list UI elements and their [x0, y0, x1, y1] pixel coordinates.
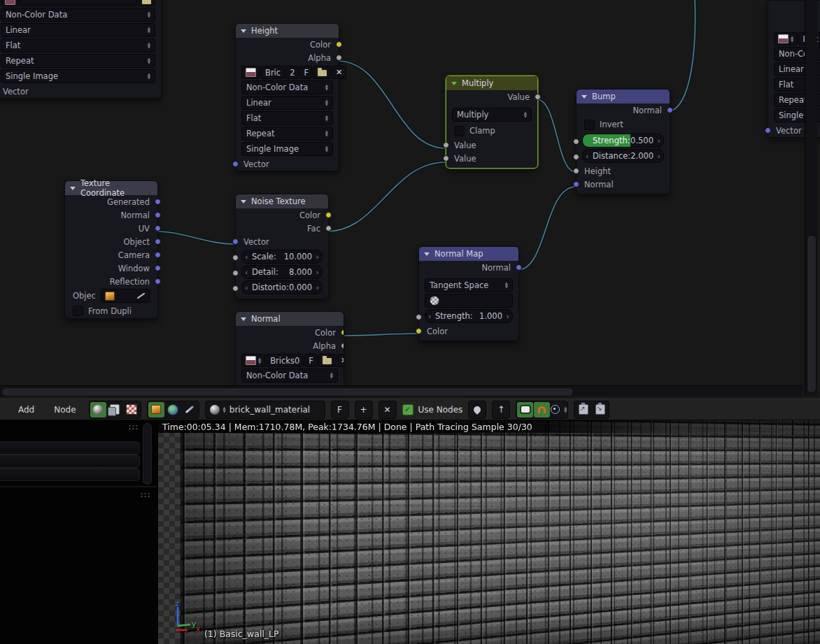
node-header[interactable]: Texture Coordinate	[65, 181, 157, 195]
image-datablock-row[interactable]: Bric 2 F ✕	[241, 66, 333, 79]
vector-input-socket[interactable]	[232, 161, 239, 167]
color-output-socket[interactable]	[325, 212, 332, 218]
menu-node[interactable]: Node	[47, 405, 83, 415]
vector-input-socket[interactable]	[232, 238, 239, 245]
node-editor[interactable]: Non-Color Data Linear Flat Repeat Single…	[0, 0, 820, 399]
shader-nodes-button[interactable]	[90, 402, 106, 417]
projection-select[interactable]: Flat	[1, 38, 155, 52]
snap-toggle-button[interactable]	[517, 402, 533, 417]
compositing-nodes-button[interactable]	[107, 402, 123, 417]
open-image-button[interactable]	[313, 66, 331, 79]
texture-nodes-button[interactable]	[124, 402, 140, 417]
scale-slider[interactable]: Scale:10.000	[241, 250, 323, 264]
object-output-socket[interactable]	[155, 238, 161, 245]
invert-checkbox[interactable]	[584, 120, 595, 130]
panel-scrollbar[interactable]	[143, 423, 152, 485]
projection-select[interactable]: Flat	[241, 111, 333, 125]
copy-nodes-button[interactable]: ↗	[575, 402, 591, 417]
distance-slider[interactable]: Distance:2.000	[582, 149, 664, 163]
extension-select[interactable]: Repeat	[1, 54, 155, 68]
collapse-triangle-icon[interactable]	[70, 187, 76, 190]
interpolation-select[interactable]: Linear	[241, 96, 333, 110]
collapse-triangle-icon[interactable]	[241, 317, 246, 321]
panel-grip-icon[interactable]	[128, 424, 139, 430]
color-space-select[interactable]: Non-Color Data	[1, 8, 155, 22]
node-normal-image-texture[interactable]: Normal Color Alpha Bricks0 F ✕ Non-Color…	[235, 311, 344, 389]
image-browse-button[interactable]	[241, 354, 265, 367]
color-output-socket[interactable]	[341, 329, 344, 336]
object-context-button[interactable]	[148, 402, 164, 417]
value2-input-socket[interactable]	[443, 155, 449, 162]
open-image-button[interactable]	[318, 354, 336, 367]
node-texture-coordinate[interactable]: Texture Coordinate Generated Normal UV O…	[64, 180, 158, 319]
scale-input-socket[interactable]	[232, 255, 239, 261]
unlink-image-button[interactable]: ✕	[337, 354, 344, 367]
menu-add[interactable]: Add	[11, 405, 41, 415]
node-height-image-texture[interactable]: Height Color Alpha Bric 2 F ✕ Non-Color …	[235, 23, 339, 171]
material-name[interactable]: brick_wall_material	[229, 405, 310, 415]
horizontal-scrollbar-thumb[interactable]	[1, 387, 574, 396]
image-browse-button[interactable]	[774, 32, 798, 45]
alpha-output-socket[interactable]	[336, 55, 342, 61]
pin-button[interactable]	[468, 401, 486, 419]
image-browse-button[interactable]	[241, 66, 260, 79]
strength-input-socket[interactable]	[573, 138, 579, 145]
image-name-field[interactable]: Bric	[261, 66, 285, 79]
snap-magnet-button[interactable]	[534, 402, 550, 417]
interpolation-select[interactable]: Linear	[1, 23, 155, 37]
strength-input-socket[interactable]	[416, 314, 422, 320]
value-output-socket[interactable]	[535, 94, 541, 100]
uv-map-field[interactable]	[425, 294, 513, 308]
source-select[interactable]: Single Image	[1, 69, 155, 83]
fake-user-button[interactable]: F	[299, 66, 313, 79]
panel-row[interactable]	[0, 441, 140, 455]
unlink-image-button[interactable]: ✕	[332, 66, 346, 79]
world-context-button[interactable]	[165, 402, 181, 417]
eyedropper-icon[interactable]	[137, 292, 146, 299]
use-nodes-toggle[interactable]: ✓ Use Nodes	[402, 404, 463, 415]
distortion-slider[interactable]: Distortio:0.000	[241, 280, 323, 294]
node-header[interactable]: Noise Texture	[236, 194, 328, 208]
node-header[interactable]: Normal Map	[419, 247, 518, 261]
distance-input-socket[interactable]	[573, 154, 579, 160]
fake-user-button[interactable]: F	[304, 354, 318, 367]
fake-user-button[interactable]: F	[331, 401, 349, 419]
distortion-input-socket[interactable]	[232, 285, 239, 292]
linestyle-context-button[interactable]	[182, 402, 198, 417]
node-image-texture-left-partial[interactable]: Non-Color Data Linear Flat Repeat Single…	[0, 0, 162, 99]
extension-select[interactable]: Repeat	[241, 127, 333, 141]
snap-target-button[interactable]	[551, 402, 567, 417]
collapse-triangle-icon[interactable]	[241, 29, 246, 33]
image-name-field[interactable]: Bricks0	[266, 354, 304, 367]
node-noise-texture[interactable]: Noise Texture Color Fac Vector Scale:10.…	[235, 194, 329, 299]
collapse-triangle-icon[interactable]	[581, 95, 587, 99]
object-field[interactable]	[101, 289, 150, 303]
space-select[interactable]: Tangent Space	[425, 278, 513, 292]
node-header[interactable]: Normal	[236, 312, 344, 326]
vertical-scrollbar[interactable]	[805, 0, 817, 396]
new-material-button[interactable]: +	[355, 401, 373, 419]
node-normal-map[interactable]: Normal Map Normal Tangent Space Strength…	[418, 246, 519, 341]
checkbox-checked-icon[interactable]: ✓	[402, 404, 413, 415]
normal-output-socket[interactable]	[155, 212, 161, 218]
color-output-socket[interactable]	[336, 41, 342, 48]
viewport-render[interactable]: Time:00:05.34 | Mem:1710.78M, Peak:1734.…	[158, 420, 820, 644]
collapse-triangle-icon[interactable]	[451, 82, 457, 85]
color-space-select[interactable]: Non-Color Data	[241, 368, 338, 382]
source-select[interactable]: Single Image	[241, 142, 333, 156]
camera-output-socket[interactable]	[155, 252, 161, 258]
image-datablock-row[interactable]	[1, 0, 155, 6]
operation-select[interactable]: Multiply	[452, 108, 532, 122]
panel-row[interactable]	[0, 455, 140, 468]
color-input-socket[interactable]	[416, 328, 422, 334]
node-bump[interactable]: Bump Normal Invert Strength:0.500 Distan…	[576, 89, 670, 194]
panel-row[interactable]	[0, 468, 140, 481]
image-icon[interactable]	[1, 0, 20, 6]
horizontal-scrollbar[interactable]	[0, 385, 803, 396]
window-output-socket[interactable]	[155, 265, 161, 271]
normal-output-socket[interactable]	[667, 107, 673, 113]
strength-slider[interactable]: Strength:1.000	[425, 309, 513, 323]
go-to-parent-button[interactable]: ↑	[492, 401, 510, 419]
generated-output-socket[interactable]	[155, 199, 161, 205]
vector-input-socket[interactable]	[765, 127, 771, 134]
